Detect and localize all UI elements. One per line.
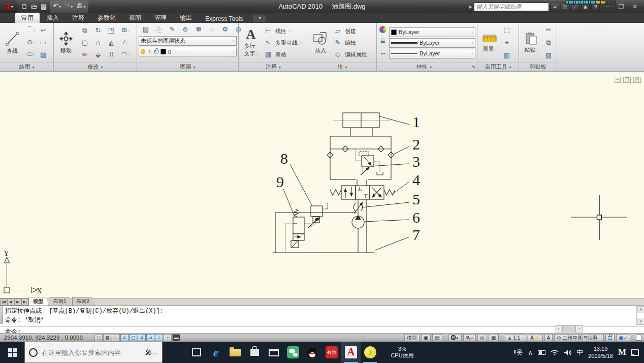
taskbar-search[interactable]: 🎤︎⌯ xyxy=(24,342,163,363)
panel-footer-layers[interactable]: 图层 ▾ xyxy=(137,63,238,71)
paste-button[interactable]: 粘贴▾ xyxy=(521,32,542,54)
layer-state-dropdown[interactable]: 未保存的图层状态▾ xyxy=(139,36,237,46)
scroll-down-icon[interactable]: ∨ xyxy=(637,318,644,325)
new-file-button[interactable]: 🗋 xyxy=(21,2,28,12)
coordinate-display[interactable]: 2904.3910, 924.3229 , 0.0000 xyxy=(0,335,87,341)
ducs-toggle[interactable]: ⊥ xyxy=(155,334,163,341)
measure-button[interactable]: 测量▾ xyxy=(479,33,500,53)
array-icon[interactable]: ⊞▾ xyxy=(118,24,133,37)
copy-clip-icon[interactable]: ⧉ xyxy=(543,37,554,48)
taskbar-youdao[interactable]: 有道 xyxy=(322,342,341,363)
tab-express-tools[interactable]: Express Tools xyxy=(199,14,249,23)
color-wheel-icon[interactable] xyxy=(379,26,387,33)
fillet-icon[interactable]: ∩ xyxy=(91,37,105,48)
mtext-button[interactable]: A 多行文字▾ xyxy=(240,27,262,58)
panel-dialog-launcher-icon[interactable]: ⇘ xyxy=(471,63,475,71)
workspace-switcher[interactable]: ⚙二维草图与注释▾ xyxy=(554,334,604,341)
command-window-grip[interactable] xyxy=(0,306,3,324)
taskbar-edge[interactable]: e xyxy=(206,342,226,363)
prev-tab-icon[interactable]: ◀ xyxy=(7,298,14,306)
redo-button[interactable]: ↷▾ xyxy=(65,1,73,12)
lineweight-icon[interactable]: ≣ xyxy=(379,35,387,46)
scroll-left-icon[interactable]: ‹ xyxy=(555,325,562,332)
match-properties-icon[interactable]: ▨ xyxy=(543,50,554,61)
clean-screen-button[interactable] xyxy=(636,335,642,341)
pan-steering-wheel-icon[interactable]: 🛞︎◐ xyxy=(448,334,462,341)
panel-footer-properties[interactable]: 特性 ▾⇘ xyxy=(377,63,477,71)
quick-select-icon[interactable]: ⬚ xyxy=(502,24,512,36)
close-button[interactable]: ✕ xyxy=(629,3,641,10)
explode-icon[interactable]: ⬙ xyxy=(91,49,105,60)
linetype-dropdown[interactable]: ByLayer▾ xyxy=(389,49,475,58)
restore-button[interactable]: ❐ xyxy=(615,3,627,10)
start-button[interactable] xyxy=(0,342,24,363)
last-tab-icon[interactable]: ▶| xyxy=(21,298,28,306)
open-file-button[interactable]: 🗁 xyxy=(31,2,38,12)
scrollbar-thumb[interactable] xyxy=(562,325,575,332)
line-button[interactable]: 直线 xyxy=(2,31,23,55)
command-vertical-scrollbar[interactable]: ∧∨ xyxy=(636,306,644,325)
multileader-button[interactable]: ↖多重引线▾ xyxy=(263,37,302,48)
lineweight-dropdown[interactable]: ByLayer▾ xyxy=(389,38,475,48)
autoscale-icon[interactable]: A xyxy=(544,334,553,341)
tab-output[interactable]: 输出 xyxy=(174,13,198,23)
taskbar-autocad[interactable]: A xyxy=(341,342,361,363)
undo-button[interactable]: ↶▾ xyxy=(53,1,61,12)
zoom-icon[interactable]: 🔍︎⌕ xyxy=(463,334,476,341)
cut-icon[interactable]: ✂ xyxy=(543,24,554,36)
insert-block-button[interactable]: 插入 xyxy=(310,31,331,55)
osnap-toggle[interactable]: ▢ xyxy=(129,334,137,341)
panel-footer-annotation[interactable]: 注释 ▾ xyxy=(239,63,308,71)
layer-lock-icon[interactable]: ⚙ xyxy=(220,24,230,35)
circle-icon[interactable]: ⊙▾ xyxy=(24,37,38,49)
tab-view[interactable]: 视图 xyxy=(123,13,147,23)
mirror-icon[interactable]: ◭ xyxy=(105,37,118,48)
infocenter-search-input[interactable] xyxy=(474,3,549,11)
quick-view-layouts-icon[interactable]: ▣ xyxy=(421,334,431,341)
grid-toggle[interactable]: ▦ xyxy=(103,334,111,341)
panel-footer-draw[interactable]: 绘图 ▾ xyxy=(0,63,53,71)
tray-expand-icon[interactable]: ∧ xyxy=(528,349,533,356)
layer-dropdown[interactable]: ☀ 0 ▾ xyxy=(139,47,237,56)
hardware-acceleration-icon[interactable]: ▣✓ xyxy=(616,334,630,341)
plot-button[interactable]: 🖶▾ xyxy=(76,1,85,12)
rectangle-icon[interactable]: ▭ xyxy=(38,37,49,48)
panel-footer-clipboard[interactable]: 剪贴板 xyxy=(519,63,557,71)
quick-view-drawings-icon[interactable]: ▤ xyxy=(432,334,442,341)
taskbar-wechat[interactable] xyxy=(283,342,303,363)
edit-grid-icon[interactable]: ⠿ xyxy=(105,49,118,60)
quick-calc-icon[interactable]: ▥ xyxy=(502,50,512,61)
search-binoculars-icon[interactable]: ⌖ xyxy=(551,3,559,11)
copy-icon[interactable]: ⧉ xyxy=(78,25,91,36)
block-create-button[interactable]: ▱创建 xyxy=(333,25,372,37)
table-button[interactable]: ▦表格 xyxy=(263,49,302,60)
panel-footer-block[interactable]: 块 ▾ xyxy=(308,63,376,71)
layer-states-icon[interactable]: ⿻ xyxy=(154,24,164,35)
action-center-icon[interactable] xyxy=(631,349,639,356)
panel-footer-utilities[interactable]: 实用工具 ▾ xyxy=(477,63,519,71)
scroll-right-icon[interactable]: › xyxy=(575,325,583,332)
model-space-button[interactable]: 模型 xyxy=(404,334,420,341)
status-menu-icon[interactable]: ▾ xyxy=(632,336,634,340)
scroll-up-icon[interactable]: ∧ xyxy=(637,306,644,313)
taskbar-store[interactable] xyxy=(245,342,264,363)
measure-tools-icon[interactable]: ∕▾ xyxy=(118,37,133,49)
tray-m-app-icon[interactable]: M xyxy=(618,347,626,357)
tab-parametric[interactable]: 参数化 xyxy=(91,13,122,23)
next-tab-icon[interactable]: ▶ xyxy=(14,298,21,306)
annotation-scale-button[interactable]: ▲1:1▾ xyxy=(505,334,527,341)
lineweight-toggle[interactable]: ▬ xyxy=(172,334,180,341)
osnap3d-toggle[interactable]: ∡ xyxy=(138,334,146,341)
taskbar-search-input[interactable] xyxy=(42,349,141,356)
ortho-toggle[interactable]: ∟ xyxy=(112,334,120,341)
layout-tab-layout2[interactable]: 布局2 xyxy=(72,297,95,306)
tab-insert[interactable]: 插入 xyxy=(41,13,65,23)
drawing-canvas[interactable]: − ❐ ☒ xyxy=(0,72,644,298)
annotation-visibility-icon[interactable]: A⚡ xyxy=(528,334,542,341)
ime-indicator[interactable]: 中 xyxy=(576,348,583,357)
tab-home[interactable]: 常用 xyxy=(15,13,40,23)
toolbar-lock-icon[interactable] xyxy=(605,334,615,341)
infocenter-expand-icon[interactable]: ▶ xyxy=(469,5,472,9)
wifi-icon[interactable] xyxy=(551,349,559,355)
taskbar-window-app[interactable] xyxy=(264,342,283,363)
